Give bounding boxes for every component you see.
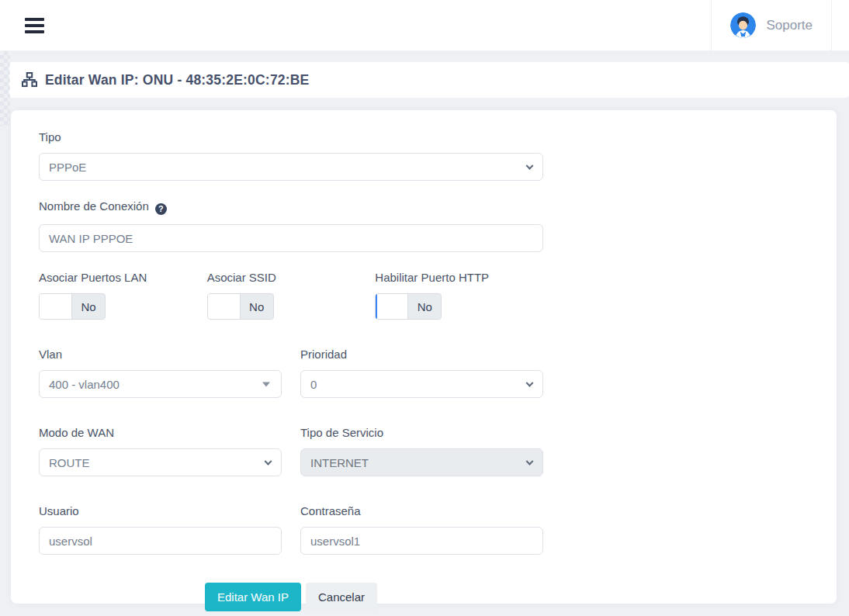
- editar-wan-ip-button[interactable]: Editar Wan IP: [205, 583, 301, 611]
- toggle-knob: [376, 294, 408, 319]
- sitemap-icon: [22, 72, 37, 88]
- habilitar-puerto-http-toggle[interactable]: No: [375, 293, 442, 320]
- asociar-ssid-label: Asociar SSID: [207, 271, 376, 284]
- edit-wan-ip-card: Tipo PPPoE Nombre de Conexión ?: [11, 110, 837, 604]
- question-circle-icon[interactable]: ?: [155, 203, 167, 215]
- contrasena-label: Contraseña: [300, 504, 543, 517]
- prioridad-label: Prioridad: [300, 348, 543, 361]
- page-title: Editar Wan IP: ONU - 48:35:2E:0C:72:BE: [45, 72, 310, 88]
- prioridad-select[interactable]: 0: [300, 370, 543, 398]
- toggle-knob: [40, 294, 72, 319]
- user-name-label: Soporte: [766, 18, 813, 33]
- vlan-label: Vlan: [39, 348, 282, 361]
- vlan-select[interactable]: 400 - vlan400: [39, 370, 282, 398]
- tipo-servicio-label: Tipo de Servicio: [300, 426, 543, 439]
- tipo-servicio-select: INTERNET: [300, 448, 543, 476]
- user-menu[interactable]: Soporte: [711, 0, 832, 51]
- dropdown-arrow-icon: [262, 382, 270, 387]
- main-content: Editar Wan IP: ONU - 48:35:2E:0C:72:BE T…: [9, 62, 849, 604]
- hamburger-menu-icon[interactable]: [25, 18, 44, 33]
- usuario-input[interactable]: [39, 527, 282, 555]
- tipo-label: Tipo: [39, 130, 543, 144]
- toggle-knob: [208, 294, 241, 319]
- habilitar-puerto-http-label: Habilitar Puerto HTTP: [375, 271, 543, 284]
- modo-wan-label: Modo de WAN: [39, 426, 282, 439]
- nombre-conexion-label: Nombre de Conexión ?: [39, 199, 543, 215]
- modo-wan-select[interactable]: ROUTE: [39, 448, 282, 476]
- cancelar-button[interactable]: Cancelar: [306, 583, 377, 611]
- asociar-ssid-toggle[interactable]: No: [207, 293, 274, 320]
- top-navbar: Soporte: [0, 0, 849, 51]
- usuario-label: Usuario: [39, 504, 282, 517]
- asociar-puertos-lan-label: Asociar Puertos LAN: [39, 271, 207, 284]
- asociar-puertos-lan-toggle[interactable]: No: [39, 293, 106, 320]
- avatar-icon: [730, 12, 756, 38]
- contrasena-input[interactable]: [300, 527, 543, 555]
- breadcrumb: Editar Wan IP: ONU - 48:35:2E:0C:72:BE: [9, 62, 849, 98]
- user-avatar: [730, 12, 756, 38]
- edit-wan-ip-form: Tipo PPPoE Nombre de Conexión ?: [11, 110, 543, 611]
- nombre-conexion-input[interactable]: [39, 224, 543, 252]
- tipo-select[interactable]: PPPoE: [39, 153, 543, 181]
